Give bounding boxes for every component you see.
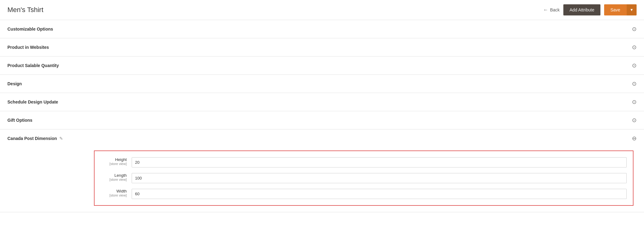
width-input[interactable] <box>132 189 627 199</box>
back-link[interactable]: ← Back <box>543 7 560 13</box>
height-sublabel: [store view] <box>101 162 127 166</box>
section-product-salable-quantity: Product Salable Quantity ⊙ <box>0 57 644 75</box>
page-wrapper: Men's Tshirt ← Back Add Attribute Save ▼… <box>0 0 644 241</box>
section-product-in-websites-title: Product in Websites <box>7 45 49 50</box>
canada-post-title-area: Canada Post Dimension ✎ <box>7 136 63 141</box>
length-sublabel: [store view] <box>101 178 127 181</box>
section-canada-post-dimension-title: Canada Post Dimension <box>7 136 57 141</box>
back-label: Back <box>550 7 560 12</box>
section-gift-options-header[interactable]: Gift Options ⊙ <box>0 111 644 129</box>
section-product-in-websites: Product in Websites ⊙ <box>0 38 644 57</box>
chevron-down-icon: ⊙ <box>632 99 637 105</box>
length-label-wrap: Length [store view] <box>101 173 132 181</box>
section-product-salable-quantity-header[interactable]: Product Salable Quantity ⊙ <box>0 57 644 74</box>
width-label: Width <box>101 189 127 193</box>
section-customizable-options-title: Customizable Options <box>7 27 53 32</box>
chevron-down-icon: ⊙ <box>632 26 637 32</box>
width-label-wrap: Width [store view] <box>101 189 132 197</box>
add-attribute-button[interactable]: Add Attribute <box>563 4 600 15</box>
width-sublabel: [store view] <box>101 193 127 197</box>
section-canada-post-dimension-header[interactable]: Canada Post Dimension ✎ ⊖ <box>0 129 644 147</box>
chevron-down-icon: ⊙ <box>632 62 637 69</box>
page-title: Men's Tshirt <box>7 6 43 14</box>
chevron-down-icon: ⊙ <box>632 44 637 51</box>
save-button[interactable]: Save <box>604 4 626 15</box>
length-label: Length <box>101 173 127 178</box>
chevron-down-icon: ⊙ <box>632 117 637 124</box>
section-schedule-design-update-header[interactable]: Schedule Design Update ⊙ <box>0 93 644 111</box>
form-row-length: Length [store view] <box>101 173 627 183</box>
page-header: Men's Tshirt ← Back Add Attribute Save ▼ <box>0 0 644 20</box>
height-label: Height <box>101 157 127 162</box>
section-customizable-options: Customizable Options ⊙ <box>0 20 644 38</box>
save-dropdown-icon: ▼ <box>630 8 633 12</box>
section-design-title: Design <box>7 81 22 86</box>
height-input[interactable] <box>132 157 627 167</box>
back-arrow-icon: ← <box>543 7 548 13</box>
chevron-collapse-icon: ⊖ <box>632 135 637 142</box>
section-customizable-options-header[interactable]: Customizable Options ⊙ <box>0 20 644 38</box>
chevron-down-icon: ⊙ <box>632 80 637 87</box>
height-label-wrap: Height [store view] <box>101 157 132 166</box>
save-button-group: Save ▼ <box>604 4 637 15</box>
canada-post-dimension-content: Height [store view] Length [store view] <box>0 147 644 212</box>
form-row-width: Width [store view] <box>101 189 627 199</box>
form-row-height: Height [store view] <box>101 157 627 167</box>
section-product-salable-quantity-title: Product Salable Quantity <box>7 63 59 68</box>
section-gift-options-title: Gift Options <box>7 118 32 123</box>
section-gift-options: Gift Options ⊙ <box>0 111 644 129</box>
save-dropdown-button[interactable]: ▼ <box>626 4 637 15</box>
edit-pencil-icon[interactable]: ✎ <box>59 136 63 141</box>
length-input[interactable] <box>132 173 627 183</box>
section-schedule-design-update-title: Schedule Design Update <box>7 99 58 104</box>
header-actions: ← Back Add Attribute Save ▼ <box>543 4 637 15</box>
section-design-header[interactable]: Design ⊙ <box>0 75 644 93</box>
dimension-form: Height [store view] Length [store view] <box>94 150 633 206</box>
section-product-in-websites-header[interactable]: Product in Websites ⊙ <box>0 38 644 56</box>
section-canada-post-dimension: Canada Post Dimension ✎ ⊖ Height [store … <box>0 129 644 212</box>
section-schedule-design-update: Schedule Design Update ⊙ <box>0 93 644 111</box>
section-design: Design ⊙ <box>0 75 644 93</box>
accordion-list: Customizable Options ⊙ Product in Websit… <box>0 20 644 212</box>
